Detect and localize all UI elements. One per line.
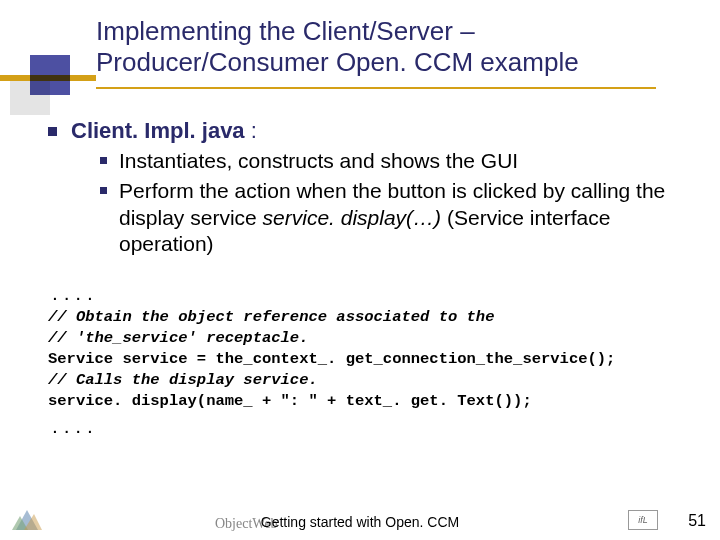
code-line-2: // 'the_service' receptacle. — [48, 329, 308, 347]
bullet-level2-a: Instantiates, constructs and shows the G… — [100, 148, 688, 174]
ellipsis-top: . . . . — [52, 281, 688, 305]
bullet-level1: Client. Impl. java : — [48, 118, 688, 144]
bullet-level1-label: Client. Impl. java — [71, 118, 245, 143]
ellipsis-bottom: . . . . — [52, 414, 688, 438]
bullet-level2-b: Perform the action when the button is cl… — [100, 178, 688, 257]
bullet-level1-suffix: : — [245, 118, 257, 143]
slide-title: Implementing the Client/Server – Produce… — [96, 16, 696, 78]
square-bullet-icon — [100, 187, 107, 194]
code-block: // Obtain the object reference associate… — [48, 307, 688, 412]
title-line-1: Implementing the Client/Server – — [96, 16, 475, 46]
corner-decoration — [0, 0, 96, 115]
left-logo-icon — [10, 506, 44, 532]
right-logo-icon: ifL — [628, 510, 658, 530]
square-bullet-icon — [100, 157, 107, 164]
slide-body: Client. Impl. java : Instantiates, const… — [48, 118, 688, 438]
title-underline — [96, 87, 656, 89]
title-line-2: Producer/Consumer Open. CCM example — [96, 47, 579, 77]
lvl2b-italic: service. display(…) — [263, 206, 447, 229]
deco-navy-square — [30, 55, 70, 95]
code-line-4: // Calls the display service. — [48, 371, 318, 389]
deco-grey-square — [10, 75, 50, 115]
code-line-5: service. display(name_ + ": " + text_. g… — [48, 392, 532, 410]
footer-center-text: Getting started with Open. CCM — [261, 514, 459, 530]
deco-gold-bar — [0, 75, 96, 81]
slide: Implementing the Client/Server – Produce… — [0, 0, 720, 540]
footer: ObjectWeb Getting started with Open. CCM… — [0, 506, 720, 534]
page-number: 51 — [688, 512, 706, 530]
code-line-1: // Obtain the object reference associate… — [48, 308, 494, 326]
square-bullet-icon — [48, 127, 57, 136]
bullet-level2-a-text: Instantiates, constructs and shows the G… — [119, 148, 518, 174]
right-logo-text: ifL — [638, 515, 648, 525]
code-line-3: Service service = the_context_. get_conn… — [48, 350, 615, 368]
bullet-level2-b-text: Perform the action when the button is cl… — [119, 178, 688, 257]
